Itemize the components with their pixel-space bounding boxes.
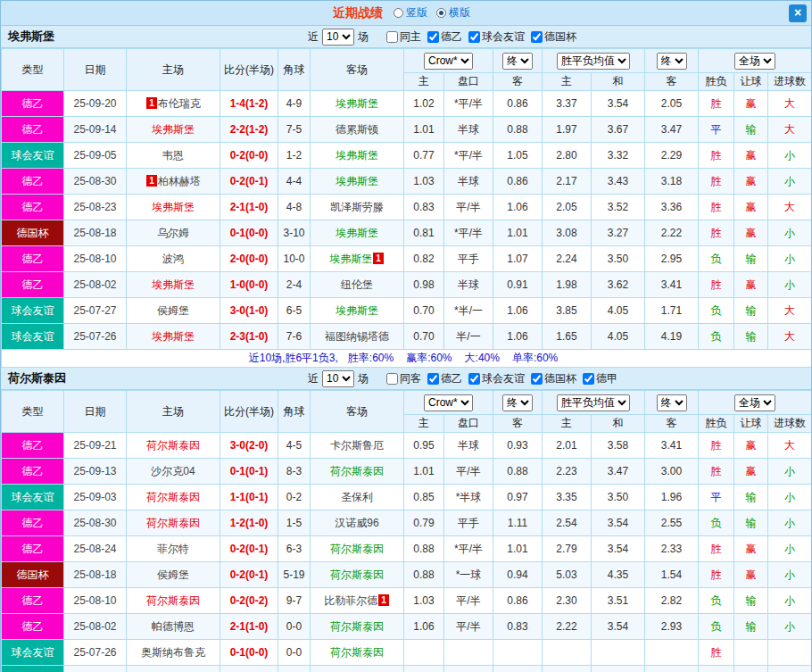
avg-home-cell: 1.65: [543, 324, 592, 350]
away-team-name: 卡尔斯鲁厄: [330, 439, 384, 452]
date-cell: 25-08-10: [64, 246, 127, 272]
view-radio-vertical[interactable]: 竖版: [394, 5, 427, 21]
match-count-select[interactable]: 10: [322, 370, 354, 387]
avg-draw-cell: 3.50: [592, 485, 645, 510]
filter-同主[interactable]: 同主: [386, 29, 421, 45]
red-card-badge: 1: [146, 175, 157, 187]
filter-checkbox-同主[interactable]: [386, 31, 398, 43]
near-label: 近: [308, 371, 319, 386]
match-row: 德国杯25-08-18侯姆堡0-2(0-1)5-19荷尔斯泰因0.88*一球0.…: [2, 562, 812, 588]
filter-checkbox-球会友谊[interactable]: [468, 373, 480, 385]
home-team-name: 埃弗斯堡: [152, 278, 195, 291]
avg-final-select[interactable]: 终: [657, 394, 687, 411]
rows-body: 德乙25-09-201布伦瑞克1-4(1-2)4-9埃弗斯堡1.02*平/半0.…: [2, 91, 812, 368]
filter-德乙[interactable]: 德乙: [427, 371, 462, 386]
avg-select[interactable]: 胜平负均值: [557, 53, 630, 70]
avg-draw-cell: 3.54: [592, 536, 645, 562]
filter-checkbox-德乙[interactable]: [427, 31, 439, 43]
avg-home-cell: 1.98: [543, 272, 592, 298]
match-row: 德乙25-08-10荷尔斯泰因0-2(0-2)9-7比勒菲尔德11.03平/半0…: [2, 588, 812, 614]
odds-home-cell: 1.01: [404, 459, 444, 485]
avg-home-cell: 3.85: [543, 298, 592, 324]
date-cell: 25-09-05: [64, 143, 127, 169]
result-cell: 负: [699, 510, 734, 536]
view-radio-horizontal[interactable]: 横版: [436, 5, 470, 21]
match-row: 球会友谊25-09-05韦恩0-2(0-0)1-2埃弗斯堡0.77*平/半1.0…: [2, 143, 812, 169]
league-cell: 球会友谊: [2, 324, 64, 350]
filter-checkbox-球会友谊[interactable]: [468, 31, 480, 43]
score-cell: 2-3(1-0): [220, 324, 278, 350]
avg-away-cell: 1.96: [645, 485, 699, 510]
avg-home-cell: 1.97: [543, 117, 592, 143]
home-team-cell: 埃弗斯堡: [127, 195, 220, 220]
avg-draw-cell: 3.51: [592, 588, 645, 614]
home-team-cell: 荷尔斯泰因: [127, 510, 220, 536]
close-button[interactable]: ×: [789, 4, 807, 22]
filter-checkbox-德国杯[interactable]: [531, 31, 543, 43]
odds-away-cell: 0.86: [493, 169, 543, 195]
home-team-cell: 乌尔姆: [127, 220, 220, 246]
match-row: 德乙25-09-13沙尔克040-1(0-1)8-3荷尔斯泰因1.01平/半0.…: [2, 459, 812, 485]
scope-select[interactable]: 全场: [734, 394, 775, 411]
league-cell: 球会友谊: [2, 485, 64, 510]
filter-checkbox-同客[interactable]: [386, 373, 398, 385]
col-date: 日期: [64, 391, 127, 433]
home-team-name: 奥斯纳布鲁克: [141, 646, 205, 659]
corner-cell: 7-5: [278, 117, 311, 143]
radio-icon[interactable]: [436, 8, 446, 18]
odds-home-cell: 0.98: [404, 272, 444, 298]
league-cell: 德乙: [2, 246, 64, 272]
avg-draw-cell: 4.05: [592, 324, 645, 350]
odds-final-select[interactable]: 终: [502, 53, 533, 70]
summary-stat-value: 60%: [372, 352, 394, 364]
home-team-name: 荷尔斯泰因: [146, 517, 200, 529]
avg-draw-cell: 3.52: [592, 195, 645, 220]
match-count-select[interactable]: 10: [322, 29, 354, 46]
radio-icon[interactable]: [394, 8, 403, 18]
corner-cell: 6-5: [278, 298, 311, 324]
match-row: 球会友谊25-09-03荷尔斯泰因1-1(0-1)0-2圣保利0.85*半球0.…: [2, 485, 812, 510]
goals-cell: 小: [768, 272, 812, 298]
avg-select[interactable]: 胜平负均值: [557, 394, 630, 411]
filter-同客[interactable]: 同客: [386, 371, 421, 386]
odds-away-cell: 1.01: [493, 220, 543, 246]
summary-stat-label: 单率:: [512, 352, 536, 364]
avg-home-cell: 2.01: [543, 433, 592, 459]
col-handicap: 盘口: [444, 415, 493, 433]
handicap-cell: *平/半: [444, 91, 493, 117]
scope-select[interactable]: 全场: [734, 53, 775, 70]
score-cell: 0-2(0-1): [220, 562, 278, 588]
home-team-cell: 侯姆堡: [127, 298, 220, 324]
handicap-result-cell: 赢: [734, 195, 768, 220]
handicap-cell: [444, 640, 493, 666]
avg-draw-cell: [592, 640, 645, 666]
away-team-name: 埃弗斯堡: [336, 175, 378, 187]
filter-checkbox-德甲[interactable]: [583, 373, 594, 385]
odds-final-select[interactable]: 终: [502, 394, 533, 411]
team-name: 埃弗斯堡: [1, 29, 304, 45]
odds-company-select[interactable]: Crow*: [424, 53, 473, 70]
filter-德乙[interactable]: 德乙: [427, 29, 462, 45]
avg-final-select[interactable]: 终: [657, 53, 687, 70]
avg-away-cell: 1.58: [645, 666, 699, 672]
odds-company-select[interactable]: Crow*: [424, 394, 473, 411]
avg-away-cell: 3.41: [645, 433, 699, 459]
home-team-name: 埃弗斯堡: [152, 201, 195, 213]
goals-cell: 小: [768, 169, 812, 195]
handicap-result-cell: 赢: [734, 459, 768, 485]
away-team-cell: 埃弗斯堡: [311, 169, 404, 195]
avg-header: 胜平负均值: [543, 391, 645, 415]
score-cell: 1-1(0-1): [220, 485, 278, 510]
filter-德国杯[interactable]: 德国杯: [531, 371, 576, 386]
corner-cell: 0-0: [278, 614, 311, 640]
avg-away-cell: 2.33: [645, 536, 699, 562]
filter-球会友谊[interactable]: 球会友谊: [468, 29, 525, 45]
filter-德国杯[interactable]: 德国杯: [531, 29, 576, 45]
filter-德甲[interactable]: 德甲: [583, 371, 617, 386]
col-type: 类型: [2, 49, 64, 91]
away-team-cell: 德累斯顿: [311, 117, 404, 143]
filter-checkbox-德国杯[interactable]: [531, 373, 543, 385]
filter-checkbox-德乙[interactable]: [427, 373, 439, 385]
filter-球会友谊[interactable]: 球会友谊: [468, 371, 525, 386]
away-team-cell: 荷尔斯泰因: [311, 536, 404, 562]
